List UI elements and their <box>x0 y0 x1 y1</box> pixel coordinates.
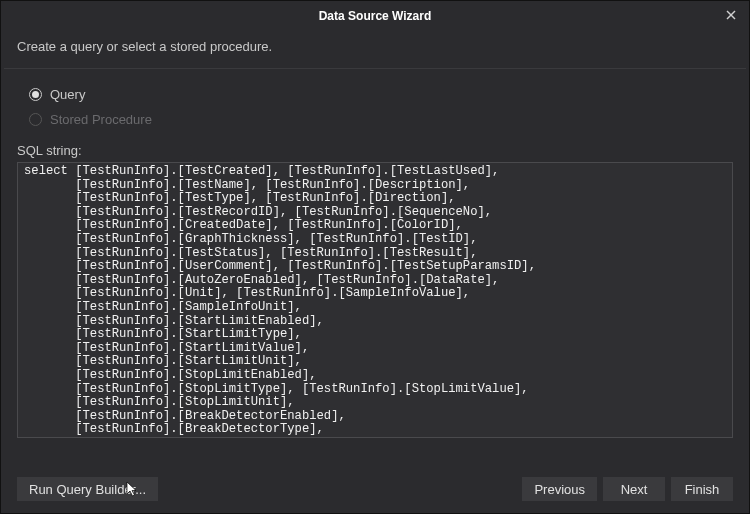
close-button[interactable] <box>721 5 741 25</box>
wizard-footer: Run Query Builder... Previous Next Finis… <box>1 465 749 513</box>
radio-icon <box>29 113 42 126</box>
radio-query[interactable]: Query <box>29 87 729 102</box>
radio-stored-procedure-label: Stored Procedure <box>50 112 152 127</box>
sql-string-label: SQL string: <box>1 143 749 162</box>
titlebar: Data Source Wizard <box>1 1 749 31</box>
sql-string-input[interactable]: select [TestRunInfo].[TestCreated], [Tes… <box>17 162 733 438</box>
next-button[interactable]: Next <box>603 477 665 501</box>
intro-text: Create a query or select a stored proced… <box>1 31 749 68</box>
close-icon <box>726 10 736 20</box>
run-query-builder-button[interactable]: Run Query Builder... <box>17 477 158 501</box>
query-type-options: Query Stored Procedure <box>1 69 749 143</box>
radio-query-label: Query <box>50 87 85 102</box>
radio-stored-procedure: Stored Procedure <box>29 112 729 127</box>
previous-button[interactable]: Previous <box>522 477 597 501</box>
sql-text: select [TestRunInfo].[TestCreated], [Tes… <box>24 165 726 438</box>
finish-button[interactable]: Finish <box>671 477 733 501</box>
window-title: Data Source Wizard <box>319 9 432 23</box>
radio-icon <box>29 88 42 101</box>
